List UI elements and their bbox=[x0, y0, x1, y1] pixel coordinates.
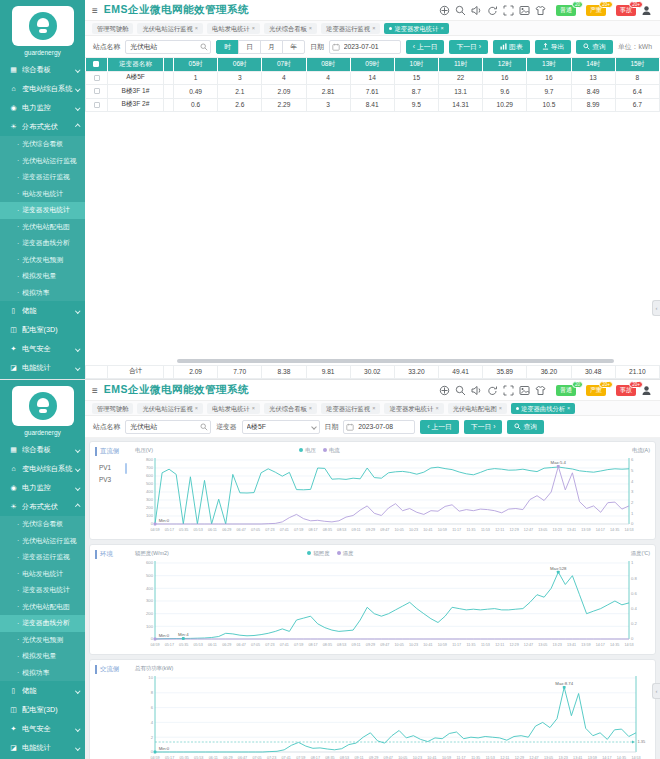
select-all-checkbox[interactable] bbox=[93, 61, 99, 67]
sidebar-item-配电室(3D)[interactable]: ◫配电室(3D) bbox=[0, 320, 85, 339]
menu-toggle-icon[interactable]: ≡ bbox=[92, 5, 98, 16]
alarm-badge-事故[interactable]: 事故20+ bbox=[616, 5, 636, 16]
tab-close-icon[interactable]: × bbox=[440, 23, 443, 34]
submenu-item-光伏电站配电图[interactable]: 光伏电站配电图 bbox=[0, 599, 85, 616]
submenu-item-模拟功率[interactable]: 模拟功率 bbox=[0, 665, 85, 682]
tab-close-icon[interactable]: × bbox=[499, 403, 502, 414]
submenu-item-光伏综合看板[interactable]: 光伏综合看板 bbox=[0, 516, 85, 533]
chart-view-button[interactable]: 图表 bbox=[493, 40, 530, 54]
side-item-pv3[interactable]: PV3 bbox=[95, 473, 135, 485]
sidebar-item-电能统计[interactable]: ◪电能统计 bbox=[0, 358, 85, 377]
user-icon[interactable] bbox=[641, 5, 652, 16]
inverter-select[interactable] bbox=[242, 420, 320, 434]
submenu-item-逆变器曲线分析[interactable]: 逆变器曲线分析 bbox=[0, 615, 85, 632]
tab-close-icon[interactable]: × bbox=[372, 403, 375, 414]
prev-day-button[interactable]: ‹上一日 bbox=[420, 420, 459, 434]
submenu-item-光伏电站配电图[interactable]: 光伏电站配电图 bbox=[0, 219, 85, 236]
granularity-month-button[interactable]: 月 bbox=[260, 40, 283, 54]
submenu-item-光伏综合看板[interactable]: 光伏综合看板 bbox=[0, 136, 85, 153]
search-icon[interactable] bbox=[200, 423, 208, 431]
tab-光伏综合看板[interactable]: 光伏综合看板× bbox=[264, 403, 317, 414]
submenu-item-模拟发电量[interactable]: 模拟发电量 bbox=[0, 268, 85, 285]
submenu-item-模拟功率[interactable]: 模拟功率 bbox=[0, 285, 85, 302]
site-search-input[interactable] bbox=[125, 420, 211, 434]
submenu-item-光伏发电预测[interactable]: 光伏发电预测 bbox=[0, 632, 85, 649]
submenu-item-逆变器运行监视[interactable]: 逆变器运行监视 bbox=[0, 169, 85, 186]
sidebar-item-变电站综自系统[interactable]: ⌂变电站综自系统 bbox=[0, 459, 85, 478]
side-panel-handle[interactable]: ‹ bbox=[652, 300, 660, 316]
sidebar-item-储能[interactable]: ▯储能 bbox=[0, 301, 85, 320]
alarm-badge-严重[interactable]: 严重20+ bbox=[586, 5, 606, 16]
tab-逆变器曲线分析[interactable]: 逆变器曲线分析× bbox=[511, 403, 575, 414]
sidebar-item-综合看板[interactable]: ▦综合看板 bbox=[0, 60, 85, 79]
announcement-icon[interactable] bbox=[471, 385, 482, 396]
legend-item-电压[interactable]: 电压 bbox=[299, 447, 316, 454]
tab-close-icon[interactable]: × bbox=[567, 403, 570, 414]
tab-电站发电统计[interactable]: 电站发电统计× bbox=[207, 403, 260, 414]
tab-逆变器运行监视[interactable]: 逆变器运行监视× bbox=[321, 403, 380, 414]
legend-item-电流[interactable]: 电流 bbox=[323, 447, 340, 454]
tab-close-icon[interactable]: × bbox=[252, 403, 255, 414]
search-icon[interactable] bbox=[200, 43, 208, 51]
granularity-hour-button[interactable]: 时 bbox=[216, 40, 239, 54]
tab-close-icon[interactable]: × bbox=[252, 23, 255, 34]
side-item-pv1[interactable]: PV1 bbox=[95, 461, 135, 473]
tab-光伏综合看板[interactable]: 光伏综合看板× bbox=[264, 23, 317, 34]
tab-close-icon[interactable]: × bbox=[195, 403, 198, 414]
tab-close-icon[interactable]: × bbox=[372, 23, 375, 34]
tab-管理驾驶舱[interactable]: 管理驾驶舱 bbox=[92, 23, 133, 34]
next-day-button[interactable]: 下一日› bbox=[464, 420, 503, 434]
fullscreen-icon[interactable] bbox=[503, 5, 514, 16]
sidebar-item-电力监控[interactable]: ◉电力监控 bbox=[0, 98, 85, 117]
user-icon[interactable] bbox=[641, 385, 652, 396]
legend-item-温度[interactable]: 温度 bbox=[337, 550, 354, 557]
refresh-icon[interactable] bbox=[487, 5, 498, 16]
sidebar-item-电力监控[interactable]: ◉电力监控 bbox=[0, 478, 85, 497]
row-checkbox[interactable] bbox=[94, 102, 100, 108]
search-icon[interactable] bbox=[455, 5, 466, 16]
tab-光伏电站运行监视[interactable]: 光伏电站运行监视× bbox=[137, 23, 203, 34]
alarm-badge-普通[interactable]: 普通20 bbox=[556, 5, 576, 16]
sidebar-item-综合看板[interactable]: ▦综合看板 bbox=[0, 440, 85, 459]
alarm-badge-严重[interactable]: 严重20+ bbox=[586, 385, 606, 396]
announcement-icon[interactable] bbox=[471, 5, 482, 16]
next-day-button[interactable]: 下一日› bbox=[449, 40, 488, 54]
submenu-item-逆变器曲线分析[interactable]: 逆变器曲线分析 bbox=[0, 235, 85, 252]
row-checkbox[interactable] bbox=[94, 88, 100, 94]
alarm-badge-事故[interactable]: 事故20+ bbox=[616, 385, 636, 396]
site-search-input[interactable] bbox=[125, 40, 211, 54]
theme-icon[interactable] bbox=[535, 5, 546, 16]
query-button[interactable]: 查询 bbox=[576, 40, 613, 54]
tab-close-icon[interactable]: × bbox=[309, 403, 312, 414]
submenu-item-逆变器运行监视[interactable]: 逆变器运行监视 bbox=[0, 549, 85, 566]
horizontal-scrollbar[interactable] bbox=[177, 359, 614, 363]
sidebar-item-分布式光伏[interactable]: ☀分布式光伏 bbox=[0, 497, 85, 516]
theme-icon[interactable] bbox=[535, 385, 546, 396]
fullscreen-icon[interactable] bbox=[503, 385, 514, 396]
tab-close-icon[interactable]: × bbox=[195, 23, 198, 34]
submenu-item-逆变器发电统计[interactable]: 逆变器发电统计 bbox=[0, 582, 85, 599]
search-icon[interactable] bbox=[455, 385, 466, 396]
sidebar-item-变电站综自系统[interactable]: ⌂变电站综自系统 bbox=[0, 79, 85, 98]
screenshot-icon[interactable] bbox=[519, 5, 530, 16]
tab-光伏电站运行监视[interactable]: 光伏电站运行监视× bbox=[137, 403, 203, 414]
side-panel-handle[interactable]: ‹ bbox=[652, 683, 660, 699]
dashboard-icon[interactable] bbox=[439, 385, 450, 396]
tab-逆变器运行监视[interactable]: 逆变器运行监视× bbox=[321, 23, 380, 34]
dashboard-icon[interactable] bbox=[439, 5, 450, 16]
tab-close-icon[interactable]: × bbox=[309, 23, 312, 34]
tab-close-icon[interactable]: × bbox=[435, 403, 438, 414]
row-checkbox[interactable] bbox=[94, 75, 100, 81]
submenu-item-光伏电站运行监视[interactable]: 光伏电站运行监视 bbox=[0, 153, 85, 170]
sidebar-item-配电室(3D)[interactable]: ◫配电室(3D) bbox=[0, 700, 85, 719]
submenu-item-光伏发电预测[interactable]: 光伏发电预测 bbox=[0, 252, 85, 269]
tab-光伏电站配电图[interactable]: 光伏电站配电图× bbox=[448, 403, 507, 414]
query-button[interactable]: 查询 bbox=[507, 420, 544, 434]
submenu-item-模拟发电量[interactable]: 模拟发电量 bbox=[0, 648, 85, 665]
tab-逆变器发电统计[interactable]: 逆变器发电统计× bbox=[384, 23, 448, 34]
menu-toggle-icon[interactable]: ≡ bbox=[92, 385, 98, 396]
tab-逆变器发电统计[interactable]: 逆变器发电统计× bbox=[384, 403, 443, 414]
sidebar-item-储能[interactable]: ▯储能 bbox=[0, 681, 85, 700]
screenshot-icon[interactable] bbox=[519, 385, 530, 396]
prev-day-button[interactable]: ‹上一日 bbox=[406, 40, 445, 54]
